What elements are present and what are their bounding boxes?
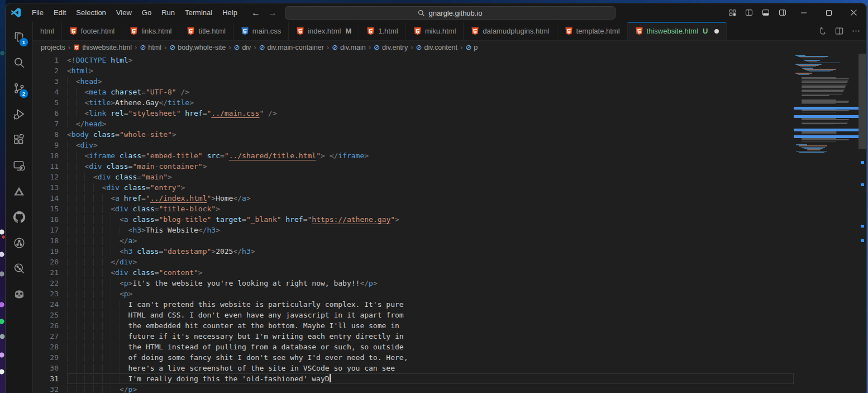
tab-title-html[interactable]: title.html <box>179 22 233 40</box>
menu-help[interactable]: Help <box>217 6 242 19</box>
activity-remote-explorer-icon[interactable] <box>6 153 32 178</box>
code-line-26[interactable]: 26 the embedded hit counter at the botto… <box>33 320 794 331</box>
breadcrumb-label: body.whole-site <box>178 44 226 51</box>
activity-gitlens-icon[interactable] <box>6 255 32 281</box>
code-line-28[interactable]: 28 the HTML instead of pulling from a da… <box>33 342 794 352</box>
menu-view[interactable]: View <box>111 6 137 19</box>
breadcrumb-item-div-main[interactable]: ⊘div.main <box>331 44 367 51</box>
more-actions-icon[interactable] <box>848 25 863 38</box>
code-line-1[interactable]: 1<!DOCTYPE html> <box>33 55 794 65</box>
command-center-search[interactable]: gnargle.github.io <box>285 6 616 20</box>
minimap[interactable] <box>794 55 859 393</box>
activity-commit-graph-icon[interactable] <box>6 230 32 255</box>
back-arrow-icon[interactable]: ← <box>251 8 260 18</box>
code-line-24[interactable]: 24 I can't pretend this website is parti… <box>33 299 794 310</box>
line-content: <link rel="stylesheet" href="../main.css… <box>67 108 794 119</box>
code-line-18[interactable]: 18 </a> <box>33 235 794 246</box>
code-line-30[interactable]: 30 here's a live screenshot of the site … <box>33 363 794 373</box>
code-line-10[interactable]: 10 <iframe class="embed-title" src="../s… <box>33 150 794 161</box>
html-file-icon <box>69 27 78 35</box>
breadcrumb-item-div-content[interactable]: ⊘div.content <box>415 44 459 51</box>
customize-layout-icon[interactable] <box>724 6 741 20</box>
minimap-highlight-bar <box>794 107 859 110</box>
tab-1-html[interactable]: 1.html <box>359 22 406 40</box>
code-line-22[interactable]: 22 <p>It's the website you're looking at… <box>33 278 794 288</box>
code-line-6[interactable]: 6 <link rel="stylesheet" href="../main.c… <box>33 108 794 119</box>
line-content: <meta charset="UTF-8" /> <box>67 87 794 97</box>
open-changes-icon[interactable] <box>815 25 829 38</box>
code-line-7[interactable]: 7 </head> <box>33 119 794 129</box>
line-number: 28 <box>33 342 67 352</box>
maximize-button[interactable] <box>816 3 841 22</box>
code-line-21[interactable]: 21 <div class="content"> <box>33 267 794 278</box>
code-line-11[interactable]: 11 <div class="main-container"> <box>33 161 794 172</box>
toggle-panel-icon[interactable] <box>757 6 774 20</box>
code-line-23[interactable]: 23 <p> <box>33 288 794 299</box>
breadcrumb-item-div[interactable]: ⊘div <box>232 44 252 51</box>
toggle-secondary-sidebar-icon[interactable] <box>774 6 791 20</box>
code-line-14[interactable]: 14 <a href="../index.html">Home</a> <box>33 193 794 203</box>
code-area[interactable]: 1<!DOCTYPE html>2<html>3 <head>4 <meta c… <box>33 55 794 393</box>
code-editor[interactable]: 1<!DOCTYPE html>2<html>3 <head>4 <meta c… <box>33 54 866 393</box>
code-line-15[interactable]: 15 <div class="title-block"> <box>33 203 794 214</box>
tab-footer-html[interactable]: footer.html <box>62 22 123 40</box>
toggle-primary-sidebar-icon[interactable] <box>741 6 757 20</box>
activity-godot-tools-icon[interactable] <box>6 281 32 307</box>
activity-run-and-debug-icon[interactable] <box>6 101 32 127</box>
code-line-5[interactable]: 5 <title>Athene.Gay</title> <box>33 97 794 108</box>
code-line-8[interactable]: 8<body class="whole-site"> <box>33 129 794 140</box>
tab-miku-html[interactable]: miku.html <box>406 22 464 40</box>
split-editor-icon[interactable] <box>832 25 846 38</box>
code-line-31[interactable]: 31 I'm really doing this the 'old-fashio… <box>33 373 794 384</box>
unsaved-dot-icon[interactable] <box>714 29 719 34</box>
activity-extensions-icon[interactable] <box>6 127 32 153</box>
tab-links-html[interactable]: links.html <box>122 22 179 40</box>
minimize-button[interactable] <box>791 3 816 22</box>
tab-index-html[interactable]: index.htmlM <box>289 22 359 40</box>
code-line-27[interactable]: 27 future if it's necessary but I'm writ… <box>33 331 794 342</box>
breadcrumb-item-projects[interactable]: projects <box>40 44 66 51</box>
tab-html[interactable]: html <box>33 22 62 40</box>
menu-go[interactable]: Go <box>137 6 156 19</box>
code-line-4[interactable]: 4 <meta charset="UTF-8" /> <box>33 87 794 97</box>
breadcrumb-item-p[interactable]: ⊘p <box>464 44 479 51</box>
code-line-25[interactable]: 25 HTML and CSS. I don't even have any j… <box>33 310 794 320</box>
vertical-scrollbar[interactable] <box>859 54 866 149</box>
tab-label: 1.html <box>378 27 398 35</box>
menu-selection[interactable]: Selection <box>71 6 111 19</box>
minimap-line <box>809 72 831 73</box>
code-line-9[interactable]: 9 <div> <box>33 140 794 150</box>
activity-explorer-icon[interactable]: 1 <box>6 24 32 50</box>
breadcrumb-item-html[interactable]: ⊘html <box>139 44 163 51</box>
activity-triangle-extension-icon[interactable] <box>6 178 32 204</box>
code-line-16[interactable]: 16 <a class="blog-title" target="_blank"… <box>33 214 794 225</box>
menu-file[interactable]: File <box>27 6 49 19</box>
code-line-17[interactable]: 17 <h3>This Website</h3> <box>33 225 794 235</box>
tab-dalamudplugins-html[interactable]: dalamudplugins.html <box>464 22 557 40</box>
code-line-3[interactable]: 3 <head> <box>33 76 794 87</box>
menu-edit[interactable]: Edit <box>49 6 71 19</box>
code-line-13[interactable]: 13 <div class="entry"> <box>33 182 794 193</box>
code-line-20[interactable]: 20 </div> <box>33 257 794 267</box>
breadcrumb-item-div-main-container[interactable]: ⊘div.main-container <box>258 44 325 51</box>
forward-arrow-icon[interactable]: → <box>268 8 277 18</box>
breadcrumb-item-div-entry[interactable]: ⊘div.entry <box>373 44 409 51</box>
chevron-right-icon: › <box>164 43 166 51</box>
code-line-32[interactable]: 32 </p> <box>33 384 794 393</box>
code-line-2[interactable]: 2<html> <box>33 65 794 76</box>
close-button[interactable] <box>841 3 866 22</box>
breadcrumb-item-thiswebsite-html[interactable]: thiswebsite.html <box>72 44 133 51</box>
code-line-19[interactable]: 19 <h3 class="datestamp">2025</h3> <box>33 246 794 257</box>
activity-github-icon[interactable] <box>6 204 32 230</box>
breadcrumb-item-body-whole-site[interactable]: ⊘body.whole-site <box>168 44 227 51</box>
tab-main-css[interactable]: main.css <box>233 22 289 40</box>
activity-search-icon[interactable] <box>6 50 32 75</box>
code-line-12[interactable]: 12 <div class="main"> <box>33 172 794 182</box>
menu-terminal[interactable]: Terminal <box>180 6 217 19</box>
code-line-29[interactable]: 29 of doing some fancy shit I don't see … <box>33 352 794 363</box>
activity-source-control-icon[interactable]: 2 <box>6 75 32 101</box>
menu-run[interactable]: Run <box>156 6 180 19</box>
minimap-line <box>798 56 828 57</box>
tab-thiswebsite-html[interactable]: thiswebsite.htmlU <box>628 22 727 40</box>
tab-template-html[interactable]: template.html <box>557 22 628 40</box>
